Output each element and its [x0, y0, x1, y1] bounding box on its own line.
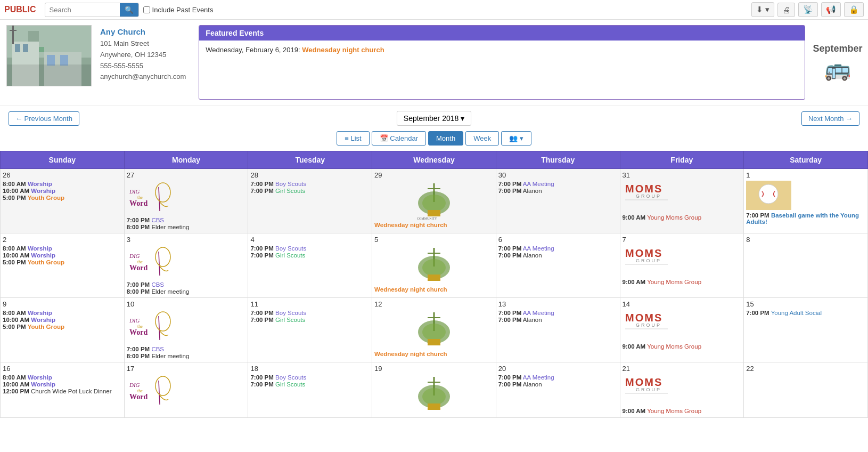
list-item[interactable]: 5:00 PM Youth Group: [3, 195, 122, 201]
include-past-checkbox[interactable]: [143, 6, 150, 13]
view-month-button[interactable]: Month: [428, 131, 463, 146]
svg-point-63: [422, 388, 446, 405]
list-item[interactable]: 8:00 AM Worship: [3, 181, 122, 187]
list-item[interactable]: 8:00 PM Elder meeting: [127, 353, 246, 359]
svg-rect-51: [428, 339, 440, 345]
list-item[interactable]: 7:00 PM Boy Scouts: [250, 181, 370, 187]
view-calendar-button[interactable]: 📅 Calendar: [372, 131, 426, 146]
svg-text:Word: Word: [129, 328, 148, 336]
list-item[interactable]: 10:00 AM Worship: [3, 252, 122, 259]
view-list-button[interactable]: ≡ List: [337, 131, 369, 146]
list-item[interactable]: 7:00 PM AA Meeting: [498, 245, 618, 252]
month-selector: September 2018 ▾: [397, 111, 471, 126]
list-item[interactable]: 9:00 AM Young Moms Group: [623, 408, 742, 414]
list-item[interactable]: 5:00 PM Youth Group: [3, 324, 122, 330]
list-item[interactable]: 7:00 PM Boy Scouts: [250, 374, 370, 381]
list-item[interactable]: 7:00 PM Girl Scouts: [250, 381, 370, 388]
download-button[interactable]: ⬇ ▾: [751, 2, 774, 17]
list-item[interactable]: 7:00 PM AA Meeting: [498, 374, 618, 381]
view-buttons: ≡ List 📅 Calendar Month Week 👥 ▾: [0, 131, 868, 151]
month-dropdown-button[interactable]: September 2018 ▾: [397, 111, 471, 126]
list-item[interactable]: 10:00 AM Worship: [3, 381, 122, 388]
list-item[interactable]: Wednesday night church: [374, 351, 494, 357]
top-bar-right: ⬇ ▾ 🖨 📡 📢 🔒: [751, 2, 864, 17]
day-number: 20: [498, 365, 618, 373]
announce-button[interactable]: 📢: [821, 2, 841, 17]
list-item[interactable]: 7:00 PM AA Meeting: [498, 310, 618, 316]
day-cell: 16 8:00 AM Worship 10:00 AM Worship 12:0…: [1, 362, 125, 418]
list-item[interactable]: 8:00 AM Worship: [3, 310, 122, 316]
day-cell: 11 7:00 PM Boy Scouts 7:00 PM Girl Scout…: [248, 298, 372, 362]
search-button[interactable]: 🔍: [120, 3, 138, 17]
list-item[interactable]: Wednesday night church: [374, 222, 494, 228]
day-cell: 28 7:00 PM Boy Scouts 7:00 PM Girl Scout…: [248, 169, 372, 233]
day-cell: 10 DIG the Word 7:00 PM CBS 8:00 PM Elde…: [124, 298, 248, 362]
day-number: 19: [374, 365, 494, 373]
day-cell: 15 7:00 PM Young Adult Social: [744, 298, 868, 362]
list-item[interactable]: 8:00 AM Worship: [3, 245, 122, 252]
svg-text:COMMUNITY: COMMUNITY: [417, 217, 437, 220]
day-number: 13: [498, 300, 618, 308]
list-item[interactable]: 7:00 PM CBS: [127, 281, 246, 288]
rss-button[interactable]: 📡: [798, 2, 818, 17]
col-sunday: Sunday: [1, 151, 125, 169]
list-item[interactable]: 7:00 PM Alanon: [498, 252, 618, 259]
day-number: 18: [250, 365, 370, 373]
list-item[interactable]: 7:00 PM AA Meeting: [498, 181, 618, 187]
col-saturday: Saturday: [744, 151, 868, 169]
list-item[interactable]: 8:00 PM Elder meeting: [127, 288, 246, 295]
church-section: Any Church 101 Main Street Anywhere, OH …: [0, 20, 868, 106]
list-item[interactable]: 9:00 AM Young Moms Group: [623, 343, 742, 350]
featured-event-link[interactable]: Wednesday night church: [302, 46, 384, 54]
list-item[interactable]: 7:00 PM Alanon: [498, 381, 618, 388]
day-number: 1: [746, 171, 865, 179]
month-label: September: [813, 43, 862, 54]
list-item[interactable]: 9:00 AM Young Moms Group: [623, 214, 742, 221]
view-group-button[interactable]: 👥 ▾: [501, 131, 531, 146]
list-item[interactable]: 7:00 PM Alanon: [498, 188, 618, 194]
dig-word-logo: DIG the Word: [127, 375, 175, 407]
list-item[interactable]: 7:00 PM Boy Scouts: [250, 310, 370, 316]
day-number: 7: [623, 236, 742, 244]
list-item[interactable]: 7:00 PM Baseball game with the Young Adu…: [746, 212, 865, 225]
top-bar: PUBLIC 🔍 Include Past Events ⬇ ▾ 🖨 📡 📢 🔒: [0, 0, 868, 20]
day-number: 8: [746, 236, 865, 244]
list-item[interactable]: 7:00 PM Alanon: [498, 317, 618, 323]
lock-button[interactable]: 🔒: [844, 2, 864, 17]
featured-box: Featured Events Wednesday, February 6, 2…: [199, 25, 805, 100]
list-item[interactable]: 12:00 PM Church Wide Pot Luck Dinner: [3, 388, 122, 394]
list-item[interactable]: 9:00 AM Young Moms Group: [623, 279, 742, 285]
list-item[interactable]: 5:00 PM Youth Group: [3, 259, 122, 265]
list-item[interactable]: 10:00 AM Worship: [3, 317, 122, 323]
list-item[interactable]: 7:00 PM Girl Scouts: [250, 188, 370, 194]
day-number: 15: [746, 300, 865, 308]
day-cell: 2 8:00 AM Worship 10:00 AM Worship 5:00 …: [1, 233, 125, 298]
calendar-grid: Sunday Monday Tuesday Wednesday Thursday…: [0, 151, 868, 418]
list-item[interactable]: 7:00 PM Girl Scouts: [250, 252, 370, 259]
community-faith-logo: [413, 374, 455, 414]
list-item[interactable]: 7:00 PM Girl Scouts: [250, 317, 370, 323]
baseball-image: [746, 181, 791, 210]
svg-text:DIG: DIG: [129, 253, 140, 259]
day-cell: 6 7:00 PM AA Meeting 7:00 PM Alanon: [496, 233, 620, 298]
list-item[interactable]: Wednesday night church: [374, 286, 494, 293]
list-item[interactable]: 7:00 PM CBS: [127, 346, 246, 352]
list-item[interactable]: 7:00 PM Boy Scouts: [250, 245, 370, 252]
prev-month-button[interactable]: ← Previous Month: [9, 111, 79, 126]
view-week-button[interactable]: Week: [465, 131, 499, 146]
day-cell: 1 7:00 PM Baseball game with the Young A…: [744, 169, 868, 233]
list-item[interactable]: 8:00 PM Elder meeting: [127, 224, 246, 230]
svg-text:Word: Word: [129, 393, 148, 401]
day-number: 21: [623, 365, 742, 373]
svg-rect-3: [15, 44, 20, 52]
day-cell: 27 DIG the Word 7:00 PM CBS 8:00 PM Elde…: [124, 169, 248, 233]
list-item[interactable]: 7:00 PM Young Adult Social: [746, 310, 865, 316]
list-item[interactable]: 7:00 PM CBS: [127, 217, 246, 223]
list-item[interactable]: 8:00 AM Worship: [3, 374, 122, 381]
svg-rect-21: [428, 210, 440, 216]
search-input[interactable]: [45, 4, 120, 16]
print-button[interactable]: 🖨: [777, 3, 795, 17]
next-month-button[interactable]: Next Month →: [801, 111, 859, 126]
list-item[interactable]: 10:00 AM Worship: [3, 188, 122, 194]
day-number: 26: [3, 171, 122, 179]
